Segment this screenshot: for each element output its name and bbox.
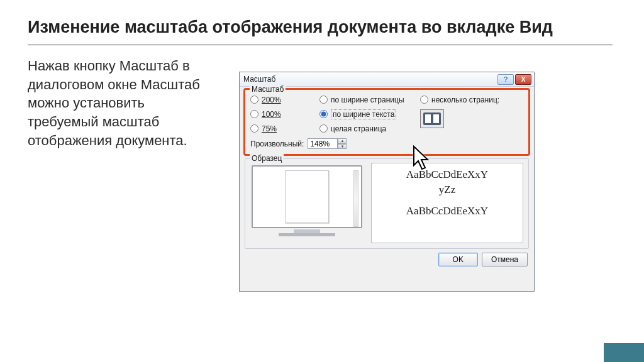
dialog-title: Масштаб xyxy=(243,75,275,84)
body-description: Нажав кнопку Масштаб в диалоговом окне М… xyxy=(28,57,216,150)
sample-text: AaBbCcDdEeXxY xyxy=(374,168,520,181)
spin-up-icon[interactable]: ▲ xyxy=(338,138,347,144)
svg-rect-1 xyxy=(425,114,431,123)
sample-text-pane: AaBbCcDdEeXxY yZz AaBbCcDdEeXxY xyxy=(371,163,523,243)
zoom-dialog: Масштаб ? X Масштаб 200% 100% 75% по шир… xyxy=(239,72,535,292)
zoom-group: Масштаб 200% 100% 75% по ширине страницы… xyxy=(245,89,529,155)
sample-group: Образец AaBbCcDdEeXxY yZz AaBbCcDdEeXxY xyxy=(245,158,529,249)
monitor-preview-icon xyxy=(250,165,364,239)
zoom-radio-page-width[interactable]: по ширине страницы xyxy=(319,94,420,106)
zoom-radio-200[interactable]: 200% xyxy=(250,94,319,106)
many-pages-picker-icon[interactable] xyxy=(420,109,444,128)
sample-group-legend: Образец xyxy=(250,154,284,163)
svg-rect-2 xyxy=(433,114,439,123)
help-button[interactable]: ? xyxy=(497,74,514,85)
zoom-group-legend: Масштаб xyxy=(250,85,286,94)
custom-zoom-spinner[interactable]: ▲ ▼ xyxy=(308,138,347,149)
zoom-radio-75[interactable]: 75% xyxy=(250,123,319,134)
zoom-radio-many-pages[interactable]: несколько страниц: xyxy=(420,94,523,106)
custom-zoom-label: Произвольный: xyxy=(250,140,304,148)
sample-text: AaBbCcDdEeXxY xyxy=(374,205,520,217)
zoom-radio-whole-page[interactable]: целая страница xyxy=(319,123,420,134)
close-button[interactable]: X xyxy=(515,74,531,85)
slide-title: Изменение масштаба отображения документа… xyxy=(0,0,644,45)
zoom-radio-100[interactable]: 100% xyxy=(250,108,319,120)
zoom-radio-text-width[interactable]: по ширине текста xyxy=(319,108,420,120)
sample-text: yZz xyxy=(374,184,520,196)
ok-button[interactable]: OK xyxy=(438,253,478,266)
cancel-button[interactable]: Отмена xyxy=(482,253,528,266)
title-rule xyxy=(28,45,613,45)
custom-zoom-input[interactable] xyxy=(308,138,338,149)
spin-down-icon[interactable]: ▼ xyxy=(338,144,347,150)
corner-accent xyxy=(604,343,644,362)
